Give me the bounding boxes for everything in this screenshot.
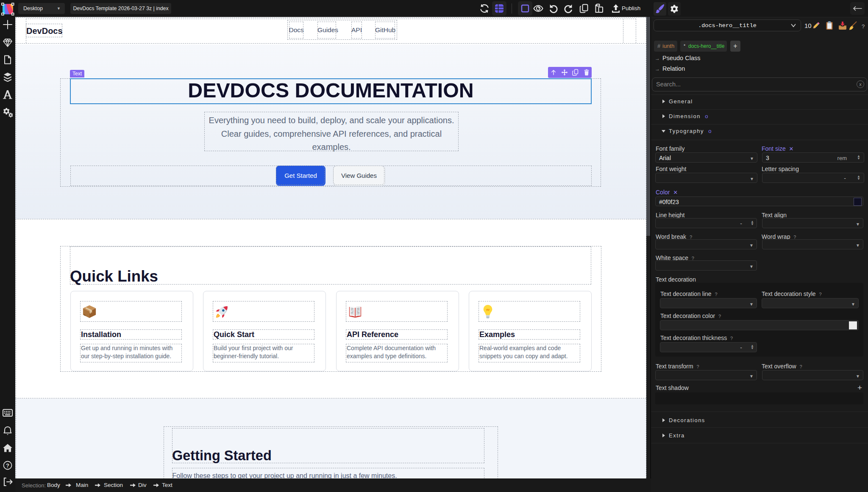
svg-text:?: ? — [6, 462, 9, 469]
